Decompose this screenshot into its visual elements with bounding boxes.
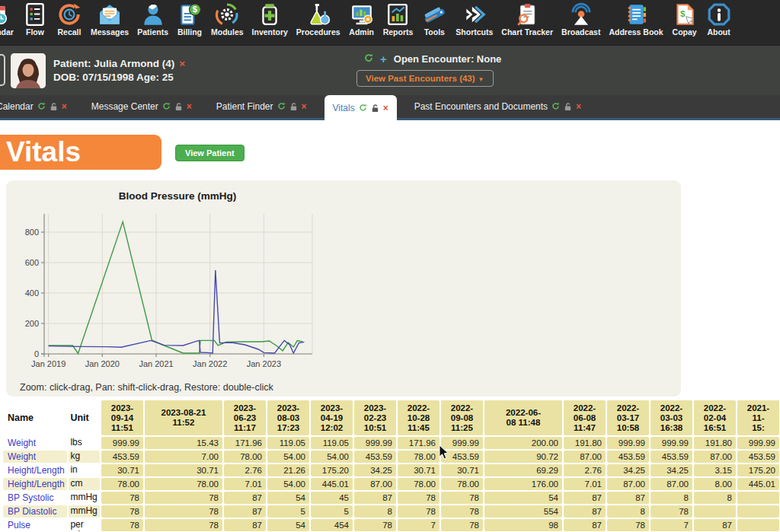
name-column-header: Name [3, 400, 67, 435]
vital-value-cell: 78.00 [101, 478, 143, 490]
vital-value-cell [737, 492, 779, 504]
shortcuts-icon [462, 2, 487, 27]
date-column-header: 2021- 11- 15: [737, 400, 779, 435]
nav-item-billing[interactable]: $Billing [177, 2, 203, 37]
nav-item-about[interactable]: About [706, 2, 732, 37]
nav-item-broadcast[interactable]: Broadcast [561, 2, 600, 37]
nav-label: Billing [177, 27, 202, 37]
vital-value-cell: 453.59 [651, 451, 692, 463]
tab-label: Past Encounters and Documents [414, 101, 548, 112]
table-row: Height/Lengthcm78.0078.007.0154.00445.01… [2, 477, 780, 491]
svg-text:Jan 2021: Jan 2021 [139, 359, 173, 368]
refresh-icon[interactable] [37, 102, 46, 111]
nav-item-admin[interactable]: Admin [349, 2, 375, 37]
close-tab-icon[interactable]: × [62, 101, 67, 112]
refresh-encounter-icon[interactable] [364, 52, 373, 65]
view-patient-button[interactable]: View Patient [175, 145, 245, 161]
vital-value-cell: 54.00 [311, 451, 353, 463]
vital-value-cell: 54 [267, 492, 309, 504]
vital-value-cell: 98 [484, 519, 562, 531]
nav-item-inventory[interactable]: Inventory [252, 2, 288, 37]
bp-chart[interactable]: 0200400600800Jan 2019Jan 2020Jan 2021Jan… [6, 203, 349, 377]
tab-message-center[interactable]: Message Center× [85, 95, 199, 118]
unit-column-header: Unit [69, 400, 100, 435]
vital-name-link[interactable]: BP Systolic [3, 492, 67, 504]
svg-text:Jan 2019: Jan 2019 [31, 359, 66, 368]
nav-item-messages[interactable]: Messages [91, 2, 129, 37]
vital-value-cell: 90.72 [484, 451, 562, 463]
top-nav: CalendarFlowRecallMessagesPatients$Billi… [0, 0, 780, 45]
vital-value-cell: 78 [398, 492, 440, 504]
encounter-section: + Open Encounter: None View Past Encount… [356, 51, 501, 87]
unlock-icon[interactable] [50, 102, 58, 111]
chart-panel: Blood Pressure (mmHg) 0200400600800Jan 2… [6, 180, 681, 397]
nav-item-calendar[interactable]: Calendar [0, 2, 14, 37]
unlock-icon[interactable] [371, 104, 379, 113]
vital-value-cell: 175.20 [311, 464, 353, 476]
copay-icon: $ [673, 2, 697, 27]
vital-name-link[interactable]: Height/Length [3, 478, 67, 490]
nav-item-chart-tracker[interactable]: Chart Tracker [501, 2, 553, 37]
svg-text:800: 800 [25, 228, 39, 237]
vital-value-cell: 78.00 [145, 478, 222, 490]
svg-text:Jan 2023: Jan 2023 [247, 359, 281, 368]
tab-label: Calendar [0, 101, 34, 112]
vital-value-cell: 78.00 [441, 478, 483, 490]
close-tab-icon[interactable]: × [383, 103, 388, 113]
refresh-icon[interactable] [359, 104, 367, 113]
new-encounter-icon[interactable]: + [380, 53, 387, 65]
nav-item-tools[interactable]: Tools [421, 2, 447, 37]
nav-item-recall[interactable]: Recall [56, 2, 82, 37]
nav-item-copay[interactable]: $Copay [672, 2, 698, 37]
unlock-icon[interactable] [564, 102, 572, 111]
refresh-icon[interactable] [162, 102, 171, 111]
vital-name-link[interactable]: Height/Length [3, 464, 67, 476]
patient-avatar[interactable] [11, 53, 46, 88]
svg-text:0: 0 [34, 349, 39, 358]
view-past-encounters-button[interactable]: View Past Encounters (43)▼ [356, 70, 494, 87]
tab-patient-finder[interactable]: Patient Finder× [209, 95, 314, 118]
tab-label: Message Center [91, 101, 158, 112]
vital-value-cell: 5 [267, 505, 309, 518]
vital-name-link[interactable]: Weight [3, 451, 67, 463]
modules-icon [215, 2, 239, 27]
date-column-header: 2022- 03-03 16:38 [651, 400, 692, 435]
refresh-icon[interactable] [551, 102, 560, 111]
close-patient-icon[interactable]: × [179, 58, 185, 69]
tab-past-encounters-and-documents[interactable]: Past Encounters and Documents× [408, 95, 588, 118]
vital-value-cell: 21.26 [267, 464, 309, 476]
nav-item-shortcuts[interactable]: Shortcuts [456, 2, 493, 37]
close-tab-icon[interactable]: × [302, 101, 307, 112]
vital-value-cell: 34.25 [651, 464, 692, 476]
nav-item-address-book[interactable]: Address Book [609, 2, 663, 37]
nav-label: Chart Tracker [501, 27, 553, 37]
svg-text:$: $ [193, 5, 198, 14]
nav-label: Admin [349, 27, 374, 37]
nav-item-modules[interactable]: Modules [211, 2, 244, 37]
vital-unit: lbs [69, 437, 100, 449]
refresh-icon[interactable] [277, 102, 286, 111]
nav-item-procedures[interactable]: Procedures [296, 2, 340, 37]
nav-label: Inventory [252, 27, 288, 37]
table-row: Height/Lengthin30.7130.712.7621.26175.20… [2, 464, 780, 477]
vital-name-link[interactable]: Pulse [3, 519, 67, 532]
tab-label: Vitals [333, 103, 355, 113]
tab-vitals[interactable]: Vitals× [324, 95, 397, 120]
vital-name-link[interactable]: BP Diastolic [3, 505, 67, 518]
vital-value-cell: 30.71 [145, 464, 222, 476]
tab-calendar[interactable]: Calendar× [0, 95, 74, 118]
svg-text:600: 600 [25, 258, 39, 267]
vital-value-cell: 87.00 [564, 451, 606, 463]
vital-value-cell: 78 [441, 505, 483, 518]
nav-item-flow[interactable]: Flow [22, 2, 48, 37]
unlock-icon[interactable] [289, 102, 298, 111]
unlock-icon[interactable] [174, 102, 183, 111]
nav-item-reports[interactable]: Reports [383, 2, 414, 37]
vital-value-cell: 2.76 [564, 464, 606, 476]
close-tab-icon[interactable]: × [576, 101, 581, 112]
svg-text:$: $ [680, 8, 686, 18]
nav-item-patients[interactable]: Patients [137, 2, 168, 37]
vital-name-link[interactable]: Weight [3, 437, 67, 449]
close-tab-icon[interactable]: × [187, 101, 192, 112]
vital-value-cell: 78 [441, 492, 483, 504]
